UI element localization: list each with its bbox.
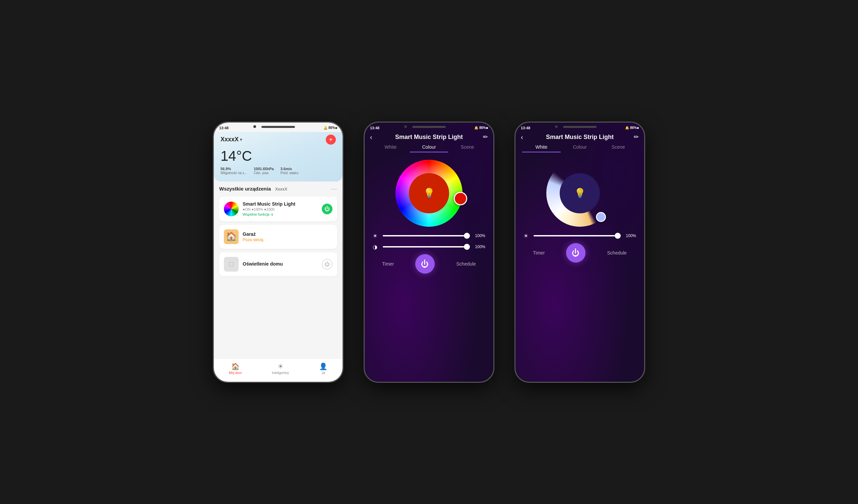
brightness-value: 100% xyxy=(473,233,485,238)
signal-icon: 🔔 xyxy=(323,126,328,130)
tabs-row-2: White Colour Scene xyxy=(365,144,493,157)
power-button[interactable] xyxy=(343,169,344,193)
tabs-row-3: White Colour Scene xyxy=(515,144,644,157)
devices-header: Wszystkie urządzenia XxxxX ··· xyxy=(219,185,337,193)
bulb-icon-3: 💡 xyxy=(574,188,586,199)
home-icon: 🏠 xyxy=(231,362,240,370)
status-icons-2: 🔔 86%■ xyxy=(474,126,488,130)
brightness-thumb-3[interactable] xyxy=(615,233,621,239)
chevron-icon: ▾ xyxy=(240,137,242,142)
device-name-garage: Garaż xyxy=(243,231,332,237)
more-options-button[interactable]: ··· xyxy=(331,185,337,193)
tab-white-3[interactable]: White xyxy=(522,144,561,152)
devices-title: Wszystkie urządzenia xyxy=(219,186,271,192)
brightness-track-3[interactable] xyxy=(534,235,621,237)
power-button-3[interactable] xyxy=(645,169,645,193)
brightness-icon-3: ☀ xyxy=(524,233,530,239)
bottom-nav: 🏠 Mój dom ☀ Inteligentny 👤 Ja xyxy=(214,358,343,382)
volume-button-2[interactable] xyxy=(364,163,364,179)
device-offline-garage: Poza siecią xyxy=(243,238,332,242)
devices-title-group: Wszystkie urządzenia XxxxX xyxy=(219,186,288,192)
temperature: 14°C xyxy=(221,148,336,164)
timer-label-2[interactable]: Timer xyxy=(382,261,394,266)
power-button-2[interactable] xyxy=(494,169,494,193)
nav-item-me[interactable]: 👤 Ja xyxy=(319,362,328,375)
volume-button[interactable] xyxy=(213,163,213,179)
time-3: 13:48 xyxy=(521,126,530,130)
status-icons: 🔔 86%■ xyxy=(323,126,337,130)
icons-2: 🔔 86%■ xyxy=(474,126,488,130)
device-card-strip-light[interactable]: Smart Music Strip Light ●ON ●100% ●1000 … xyxy=(219,197,337,221)
brightness-slider-row: ☀ 100% xyxy=(373,233,485,239)
device-name-home-light: Oświetlenie domu xyxy=(243,261,318,266)
nav-label-me: Ja xyxy=(321,371,325,375)
light-title-2: Smart Music Strip Light xyxy=(378,134,480,141)
timer-label-3[interactable]: Timer xyxy=(533,250,545,256)
color-wheel-container[interactable]: 💡 xyxy=(365,157,493,230)
white-wheel-wrapper[interactable]: 💡 xyxy=(546,160,613,227)
device-info-garage: Garaż Poza siecią xyxy=(243,231,332,242)
saturation-fill xyxy=(383,246,470,247)
home-title[interactable]: XxxxX ▾ xyxy=(221,136,242,143)
home-location: XxxxX xyxy=(221,136,239,143)
brightness-value-3: 100% xyxy=(624,233,636,238)
add-button[interactable]: + xyxy=(326,135,336,145)
device-info-home-light: Oświetlenie domu xyxy=(243,261,318,267)
phone-3: 13:48 🔔 86%■ ‹ Smart Music Strip Light ✏… xyxy=(514,121,645,383)
schedule-label-2[interactable]: Schedule xyxy=(457,261,476,266)
schedule-label-3[interactable]: Schedule xyxy=(607,250,627,256)
white-inner-circle: 💡 xyxy=(560,173,600,213)
saturation-value: 100% xyxy=(473,244,485,249)
device-icon-rainbow xyxy=(224,201,239,216)
color-wheel-hue[interactable]: 💡 xyxy=(396,160,462,227)
brightness-slider-row-3: ☀ 100% xyxy=(524,233,636,239)
device-card-garage[interactable]: 🏠 Garaż Poza siecią xyxy=(219,225,337,249)
status-bar-2: 13:48 🔔 86%■ xyxy=(365,123,493,132)
back-button-2[interactable]: ‹ xyxy=(370,133,378,141)
white-wheel-container[interactable]: 💡 xyxy=(515,157,644,230)
nav-item-smart[interactable]: ☀ Inteligentny xyxy=(272,362,289,375)
brightness-icon: ☀ xyxy=(373,233,379,239)
person-icon: 👤 xyxy=(319,362,328,370)
tab-colour-3[interactable]: Colour xyxy=(561,144,599,152)
color-wheel-center: 💡 xyxy=(409,173,449,213)
icons-3: 🔔 86%■ xyxy=(625,126,639,130)
white-handle-3[interactable] xyxy=(596,212,606,222)
devices-section: Wszystkie urządzenia XxxxX ··· Smart Mus… xyxy=(214,185,343,276)
tab-scene-2[interactable]: Scene xyxy=(448,144,487,152)
saturation-slider-row: ◑ 100% xyxy=(373,244,485,250)
nav-item-home[interactable]: 🏠 Mój dom xyxy=(229,362,242,375)
brightness-thumb[interactable] xyxy=(464,233,470,239)
device-card-home-light[interactable]: □ Oświetlenie domu ⏻ xyxy=(219,252,337,276)
humidity-item: 56.9% Wilgotność na z... xyxy=(221,167,247,175)
saturation-track[interactable] xyxy=(383,246,470,247)
color-wheel-wrapper[interactable]: 💡 xyxy=(396,160,462,227)
device-toggle-strip[interactable]: ⏻ xyxy=(322,204,332,214)
power-button-main-2[interactable]: ⏻ xyxy=(415,254,435,274)
status-bar-3: 13:48 🔔 86%■ xyxy=(515,123,644,132)
power-button-main-3[interactable]: ⏻ xyxy=(566,243,586,262)
device-status-strip: ●ON ●100% ●1000 xyxy=(243,207,318,211)
light-title-3: Smart Music Strip Light xyxy=(529,134,631,141)
phone-1: 13:48 🔔 86%■ XxxxX ▾ + 14°C xyxy=(213,121,344,383)
device-shared-functions[interactable]: Wspólne funkcje ∨ xyxy=(243,212,318,217)
weather-details: 56.9% Wilgotność na z... 1001.65hPa Ciśn… xyxy=(221,167,336,175)
tab-colour-2[interactable]: Colour xyxy=(410,144,448,152)
brightness-track[interactable] xyxy=(383,235,470,237)
tab-scene-3[interactable]: Scene xyxy=(599,144,637,152)
devices-subtitle: XxxxX xyxy=(275,186,288,192)
slider-section-2: ☀ 100% ◑ 100% xyxy=(365,230,493,258)
wind-item: 3.6m/s Pred. wiatru xyxy=(281,167,298,175)
saturation-thumb[interactable] xyxy=(464,244,470,250)
edit-button-3[interactable]: ✏ xyxy=(631,133,639,141)
volume-button-3[interactable] xyxy=(514,163,515,179)
device-toggle-home-light[interactable]: ⏻ xyxy=(322,259,332,270)
edit-button-2[interactable]: ✏ xyxy=(480,133,488,141)
brightness-fill-3 xyxy=(534,235,621,237)
back-button-3[interactable]: ‹ xyxy=(521,133,529,141)
tab-white-2[interactable]: White xyxy=(371,144,410,152)
device-icon-garage: 🏠 xyxy=(224,229,239,244)
saturation-icon: ◑ xyxy=(373,244,379,250)
device-icon-home-light: □ xyxy=(224,257,239,272)
color-handle-2[interactable] xyxy=(454,192,467,205)
